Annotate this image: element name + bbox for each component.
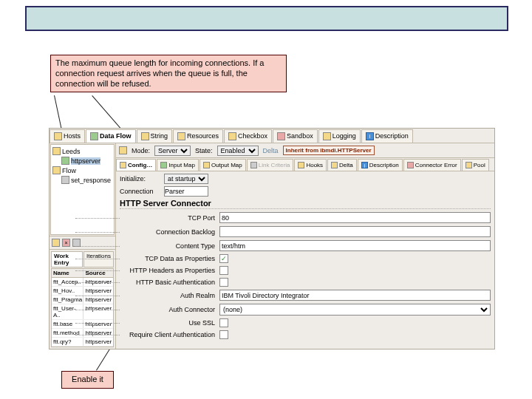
tab-resources[interactable]: Resources: [173, 129, 223, 143]
tcp-props-check[interactable]: ✓: [219, 254, 228, 263]
tab-sandbox[interactable]: Sandbox: [273, 129, 318, 143]
tab-checkbox[interactable]: Checkbox: [224, 129, 272, 143]
resources-icon: [177, 132, 185, 140]
table-row[interactable]: ftt.methodhttpserver: [52, 329, 113, 338]
tab-logging[interactable]: Logging: [318, 129, 361, 143]
state-select[interactable]: Enabled: [217, 146, 259, 156]
flow-icon: [90, 132, 98, 140]
backlog-input[interactable]: [219, 226, 491, 237]
folder-icon: [52, 166, 61, 174]
tab-hosts[interactable]: Hosts: [50, 129, 85, 143]
host-icon: [54, 132, 62, 140]
tree-node[interactable]: Flow: [52, 166, 112, 175]
tree-label: Flow: [62, 167, 76, 174]
error-icon: [407, 162, 414, 168]
subtab-description[interactable]: iDescription: [358, 159, 403, 171]
subtab-delta[interactable]: Delta: [327, 159, 357, 171]
tab-label: Checkbox: [238, 132, 267, 140]
assembly-tree[interactable]: Leeds httpserver Flow set_response: [50, 144, 115, 235]
callout-enable: Enable it: [61, 371, 114, 389]
delta-label[interactable]: Delta: [263, 147, 279, 154]
field-label: Content Type: [120, 242, 219, 250]
subtab-input-map[interactable]: Input Map: [157, 159, 199, 171]
connector-icon: [61, 157, 69, 165]
field-label: HTTP Headers as Properties: [120, 267, 219, 274]
tab-work-entry[interactable]: Work Entry: [51, 251, 83, 267]
tree-label: set_response: [71, 177, 111, 184]
logging-icon: [323, 132, 331, 140]
connector-icon: [119, 146, 127, 154]
subtab-pool[interactable]: Pool: [462, 159, 489, 171]
field-label: Use SSL: [120, 319, 219, 327]
connection-parser-input[interactable]: [164, 186, 208, 197]
table-row[interactable]: ftt_User-A..httpserver: [52, 304, 113, 320]
application-window: Hosts Data Flow String Resources Checkbo…: [49, 128, 495, 349]
connector-form: TCP Port Connection Backlog Content Type…: [120, 212, 491, 339]
mode-toolbar: Mode: Server State: Enabled Delta Inheri…: [116, 143, 494, 158]
tcp-port-input[interactable]: [219, 212, 491, 223]
table-row[interactable]: ftt_Hov..httpserver: [52, 287, 113, 296]
auth-realm-input[interactable]: [219, 290, 491, 301]
in-icon: [160, 162, 167, 168]
subtab-config[interactable]: Config…: [116, 159, 156, 171]
tab-description[interactable]: iDescription: [361, 129, 413, 143]
subtab-link-criteria: Link Criteria: [247, 159, 294, 171]
field-label: TCP Data as Properties: [120, 255, 219, 262]
main-tab-strip: Hosts Data Flow String Resources Checkbo…: [50, 129, 494, 143]
subtab-hooks[interactable]: Hooks: [294, 159, 327, 171]
connection-label: Connection: [120, 188, 164, 195]
tree-node-selected[interactable]: httpserver: [52, 156, 112, 166]
work-entry-panel: Work Entry Iterations NameSource ftt_Acc…: [50, 249, 115, 349]
init-select[interactable]: at startup: [164, 174, 208, 184]
headers-props-check[interactable]: [219, 266, 228, 275]
config-icon: [120, 162, 126, 168]
delta-icon: [331, 162, 338, 168]
sandbox-icon: [277, 132, 285, 140]
client-auth-check[interactable]: [219, 330, 228, 339]
remove-icon[interactable]: ×: [62, 239, 70, 247]
tab-label: Logging: [332, 132, 356, 140]
tree-node[interactable]: Leeds: [52, 146, 112, 156]
auth-connector-select[interactable]: (none): [219, 304, 491, 316]
tab-label: Description: [375, 132, 409, 140]
right-panel: Mode: Server State: Enabled Delta Inheri…: [116, 143, 494, 349]
info-icon: i: [361, 162, 368, 168]
section-title: HTTP Server Connector: [120, 199, 491, 209]
state-label: State:: [195, 147, 213, 154]
tree-toolbar: ×: [50, 236, 115, 249]
hook-icon: [298, 162, 304, 168]
inherit-button[interactable]: Inherit from ibmdi.HTTPServer: [283, 146, 375, 155]
tab-data-flow[interactable]: Data Flow: [86, 129, 136, 143]
table-row[interactable]: ftt.qry?httpserver: [52, 338, 113, 347]
table-row[interactable]: ftt_Pragmahttpserver: [52, 296, 113, 304]
tab-string[interactable]: String: [137, 129, 173, 143]
tab-label: Hosts: [64, 132, 81, 140]
tree-node[interactable]: set_response: [52, 175, 112, 185]
script-icon: [61, 176, 69, 184]
tab-label: Sandbox: [287, 132, 313, 140]
pool-icon: [466, 162, 472, 168]
config-area: Initialize: at startup Connection HTTP S…: [116, 171, 494, 344]
add-icon[interactable]: [52, 239, 60, 247]
content-type-input[interactable]: [219, 240, 491, 251]
mode-select[interactable]: Server: [154, 146, 191, 156]
subtab-conn-error[interactable]: Connector Error: [403, 159, 461, 171]
sub-tab-strip: Config… Input Map Output Map Link Criter…: [116, 158, 494, 171]
table-row[interactable]: ftt.basehttpserver: [52, 320, 113, 329]
field-label: Connection Backlog: [120, 228, 219, 236]
field-label: Auth Realm: [120, 292, 219, 299]
use-ssl-check[interactable]: [219, 318, 228, 327]
basic-auth-check[interactable]: [219, 278, 228, 287]
folder-icon: [52, 147, 61, 155]
tab-iterations[interactable]: Iterations: [83, 251, 114, 267]
tree-label: Leeds: [62, 148, 81, 155]
mode-label: Mode:: [132, 147, 150, 154]
out-icon: [203, 162, 210, 168]
callout-queue: The maximum queue length for incoming co…: [50, 55, 287, 92]
subtab-output-map[interactable]: Output Map: [200, 159, 246, 171]
field-label: TCP Port: [120, 214, 219, 222]
field-label: Auth Connector: [120, 306, 219, 313]
tab-label: String: [151, 132, 168, 140]
tab-label: Resources: [187, 132, 219, 140]
link-icon: [250, 162, 257, 168]
